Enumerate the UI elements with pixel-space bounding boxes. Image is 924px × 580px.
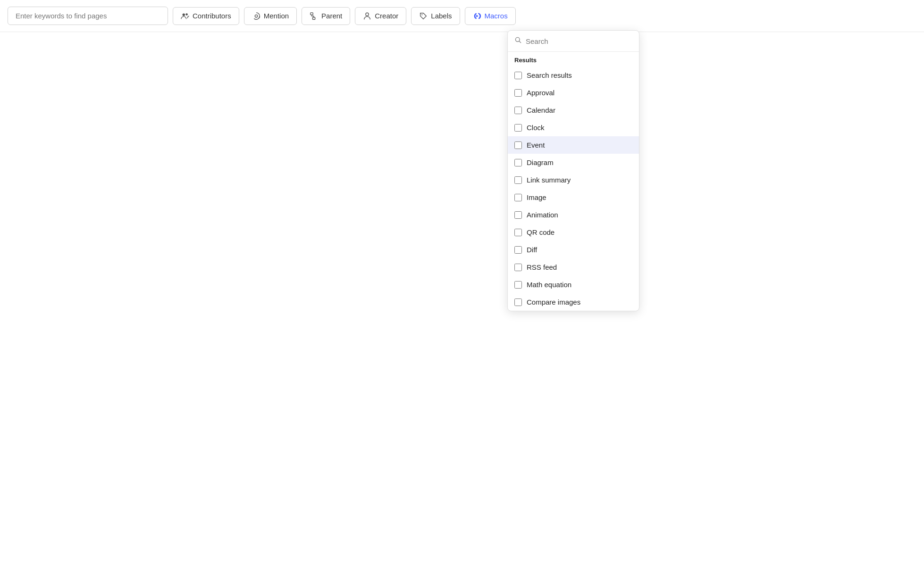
dropdown-search-row	[508, 31, 639, 52]
checkbox-link-summary[interactable]	[514, 176, 522, 184]
checkbox-rss-feed[interactable]	[514, 264, 522, 271]
dropdown-item-compare-images[interactable]: Compare images	[508, 293, 639, 311]
contributors-label: Contributors	[193, 12, 231, 20]
label-compare-images: Compare images	[527, 298, 580, 306]
mention-button[interactable]: Mention	[244, 7, 297, 25]
dropdown-item-clock[interactable]: Clock	[508, 119, 639, 136]
label-image: Image	[527, 193, 546, 201]
dropdown-item-search-results[interactable]: Search results	[508, 66, 639, 84]
svg-point-6	[422, 14, 423, 15]
label-qr-code: QR code	[527, 228, 554, 236]
dropdown-item-qr-code[interactable]: QR code	[508, 224, 639, 241]
checkbox-approval[interactable]	[514, 89, 522, 97]
label-link-summary: Link summary	[527, 176, 571, 184]
checkbox-math-equation[interactable]	[514, 281, 522, 289]
macros-label: Macros	[485, 12, 508, 20]
dropdown-item-diff[interactable]: Diff	[508, 241, 639, 258]
dropdown-item-calendar[interactable]: Calendar	[508, 101, 639, 119]
parent-button[interactable]: Parent	[302, 7, 350, 25]
label-event: Event	[527, 141, 545, 149]
dropdown-items-list: Search resultsApprovalCalendarClockEvent…	[508, 66, 639, 311]
dropdown-item-rss-feed[interactable]: RSS feed	[508, 258, 639, 276]
dropdown-item-event[interactable]: Event	[508, 136, 639, 154]
checkbox-diagram[interactable]	[514, 159, 522, 166]
dropdown-item-approval[interactable]: Approval	[508, 84, 639, 101]
svg-point-7	[515, 37, 520, 41]
svg-rect-4	[312, 17, 315, 19]
parent-icon	[310, 12, 318, 20]
macro-icon	[473, 12, 481, 20]
dropdown-item-link-summary[interactable]: Link summary	[508, 171, 639, 189]
tag-icon	[419, 12, 428, 20]
checkbox-diff[interactable]	[514, 246, 522, 254]
checkbox-clock[interactable]	[514, 124, 522, 132]
svg-rect-3	[311, 12, 313, 15]
search-icon	[514, 36, 522, 46]
label-diagram: Diagram	[527, 158, 554, 166]
label-clock: Clock	[527, 124, 545, 132]
parent-label: Parent	[321, 12, 342, 20]
dropdown-item-image[interactable]: Image	[508, 189, 639, 206]
checkbox-search-results[interactable]	[514, 72, 522, 79]
checkbox-qr-code[interactable]	[514, 229, 522, 236]
checkbox-image[interactable]	[514, 194, 522, 201]
page-search-input[interactable]	[8, 7, 168, 25]
checkbox-event[interactable]	[514, 141, 522, 149]
label-rss-feed: RSS feed	[527, 263, 557, 271]
contributors-button[interactable]: Contributors	[173, 7, 239, 25]
creator-button[interactable]: Creator	[355, 7, 406, 25]
at-icon	[252, 12, 260, 20]
results-section-label: Results	[508, 52, 639, 66]
filter-bar: Contributors Mention Parent	[0, 0, 924, 32]
label-approval: Approval	[527, 89, 554, 97]
label-math-equation: Math equation	[527, 281, 571, 289]
checkbox-compare-images[interactable]	[514, 298, 522, 306]
label-diff: Diff	[527, 246, 537, 254]
mention-label: Mention	[264, 12, 289, 20]
dropdown-item-animation[interactable]: Animation	[508, 206, 639, 224]
svg-point-0	[183, 13, 185, 16]
svg-point-2	[255, 15, 257, 17]
person-icon	[363, 12, 371, 20]
checkbox-animation[interactable]	[514, 211, 522, 219]
dropdown-item-math-equation[interactable]: Math equation	[508, 276, 639, 293]
checkbox-calendar[interactable]	[514, 107, 522, 114]
svg-point-5	[366, 13, 369, 16]
labels-button[interactable]: Labels	[411, 7, 460, 25]
label-animation: Animation	[527, 211, 558, 219]
creator-label: Creator	[375, 12, 398, 20]
label-calendar: Calendar	[527, 106, 555, 114]
svg-point-1	[185, 13, 188, 16]
labels-label: Labels	[431, 12, 452, 20]
macros-button[interactable]: Macros	[465, 7, 516, 25]
label-search-results: Search results	[527, 71, 572, 79]
dropdown-item-diagram[interactable]: Diagram	[508, 154, 639, 171]
macros-dropdown: Results Search resultsApprovalCalendarCl…	[507, 30, 639, 311]
dropdown-search-input[interactable]	[526, 37, 632, 45]
people-icon	[181, 12, 189, 20]
